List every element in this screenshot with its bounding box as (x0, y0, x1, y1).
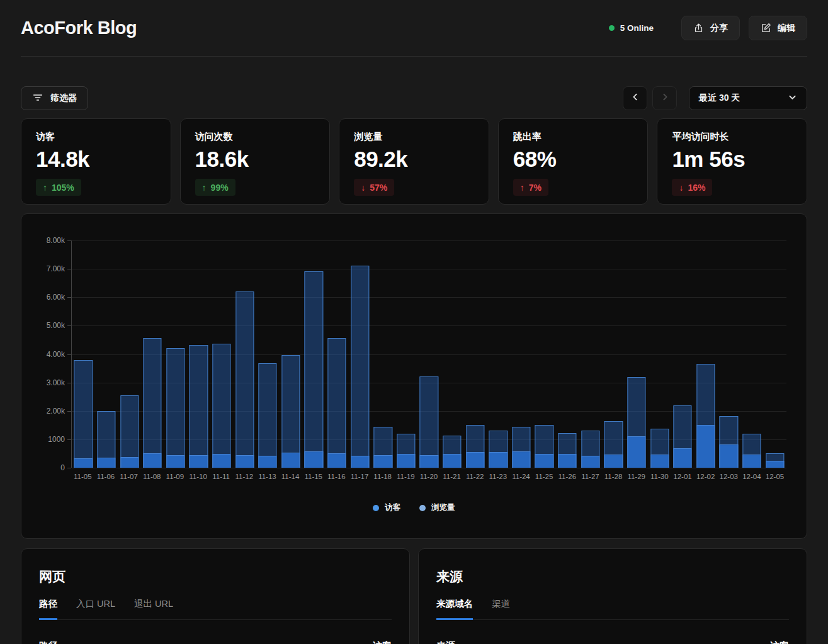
next-period-button[interactable] (652, 86, 677, 110)
date-controls: 最近 30 天 (623, 86, 807, 110)
x-axis-label: 12-05 (763, 473, 786, 480)
online-count: 5 Online (620, 23, 654, 33)
prev-period-button[interactable] (623, 86, 647, 110)
date-range-select[interactable]: 最近 30 天 (689, 86, 807, 110)
bar-group-11-08 (141, 240, 164, 468)
bar-group-11-20 (417, 240, 441, 468)
x-axis-label: 11-19 (394, 473, 417, 480)
visitors-bar (627, 436, 645, 468)
visitors-bar (650, 455, 669, 468)
visitors-bar (120, 457, 139, 468)
filter-icon (32, 92, 43, 105)
edit-button[interactable]: 编辑 (749, 16, 807, 40)
stat-change-badge: ↑105% (36, 179, 81, 196)
stat-value: 89.2k (354, 147, 474, 172)
x-axis-label: 11-23 (487, 473, 510, 480)
edit-button-label: 编辑 (778, 23, 795, 34)
visitors-bar (305, 451, 323, 468)
stat-card-3[interactable]: 浏览量89.2k↓57% (339, 118, 489, 205)
sources-table-header: 来源访客 (436, 640, 789, 644)
bar-group-11-19 (395, 240, 418, 468)
views-bar (212, 344, 230, 468)
bar-group-11-05 (72, 240, 95, 468)
chevron-right-icon (661, 93, 669, 104)
stat-label: 跳出率 (513, 131, 633, 143)
x-axis-label: 11-29 (625, 473, 648, 480)
share-button[interactable]: 分享 (681, 16, 740, 40)
legend-label: 访客 (385, 502, 400, 513)
views-bar (143, 338, 161, 468)
visitors-bar (235, 455, 254, 468)
stat-card-1[interactable]: 访客14.8k↑105% (21, 118, 171, 205)
views-bar (281, 355, 300, 468)
legend-item[interactable]: 浏览量 (419, 502, 455, 513)
pages-tab-路径[interactable]: 路径 (39, 598, 57, 620)
sources-tab-来源域名[interactable]: 来源域名 (436, 598, 473, 620)
share-icon (693, 23, 704, 33)
y-axis-label: 1000 (48, 435, 65, 444)
y-axis-label: 2.00k (47, 407, 65, 415)
x-axis-label: 11-12 (232, 473, 256, 480)
stat-card-5[interactable]: 平均访问时长1m 56s↓16% (657, 118, 807, 205)
sources-panel: 来源 来源域名渠道 来源访客 (418, 548, 807, 644)
x-axis-label: 11-24 (509, 473, 533, 480)
pages-tab-退出 URL[interactable]: 退出 URL (134, 598, 173, 620)
filter-button[interactable]: 筛选器 (21, 86, 88, 110)
stat-label: 访问次数 (195, 131, 315, 143)
bar-group-11-29 (625, 240, 649, 468)
y-tick (67, 354, 71, 355)
stat-card-4[interactable]: 跳出率68%↑7% (498, 118, 649, 205)
pages-tab-入口 URL[interactable]: 入口 URL (76, 598, 115, 620)
online-indicator[interactable]: 5 Online (609, 23, 654, 33)
x-axis-label: 12-02 (694, 473, 717, 480)
sources-panel-title: 来源 (436, 568, 789, 585)
visitors-bar (351, 456, 369, 468)
bar-group-11-15 (302, 240, 326, 468)
views-bar (74, 360, 93, 468)
pages-table-header: 路径访客 (39, 640, 392, 644)
stat-change-badge: ↑99% (195, 179, 235, 196)
x-axis-label: 12-01 (671, 473, 695, 480)
bar-group-11-21 (441, 240, 464, 468)
arrow-up-icon: ↑ (202, 183, 207, 193)
visitors-bar (397, 454, 415, 468)
legend-item[interactable]: 访客 (373, 502, 400, 513)
traffic-chart-card: 8.00k7.00k6.00k5.00k4.00k3.00k2.00k10000… (21, 213, 807, 539)
x-axis-label: 11-08 (140, 473, 164, 480)
visitors-bar (558, 454, 576, 468)
filter-button-label: 筛选器 (50, 93, 77, 104)
bar-group-11-12 (233, 240, 256, 468)
y-axis-label: 3.00k (47, 378, 65, 387)
x-axis-label: 12-03 (717, 473, 740, 480)
visitors-bar (97, 458, 115, 468)
header-actions: 5 Online 分享 编辑 (609, 16, 807, 40)
pages-tabs: 路径入口 URL退出 URL (39, 598, 392, 620)
share-button-label: 分享 (710, 23, 728, 34)
x-axis-label: 11-22 (463, 473, 487, 480)
x-axis-label: 11-09 (164, 473, 187, 480)
sources-tab-渠道[interactable]: 渠道 (492, 598, 510, 620)
bar-group-11-27 (579, 240, 602, 468)
sources-column-header: 访客 (770, 640, 789, 644)
stat-card-2[interactable]: 访问次数18.6k↑99% (180, 118, 331, 205)
date-range-value: 最近 30 天 (699, 93, 740, 104)
stat-value: 14.8k (36, 147, 156, 172)
visitors-bar (166, 455, 184, 468)
x-axis-label: 11-06 (94, 473, 118, 480)
x-axis-label: 11-25 (533, 473, 556, 480)
stat-label: 平均访问时长 (672, 131, 792, 143)
visitors-bar (143, 453, 161, 468)
x-axis-label: 11-14 (279, 473, 302, 480)
sources-tabs: 来源域名渠道 (436, 598, 789, 620)
bar-group-11-22 (463, 240, 487, 468)
x-axis-label: 11-07 (117, 473, 140, 480)
visitors-bar (327, 453, 346, 468)
y-tick (67, 269, 71, 269)
legend-dot-icon (373, 505, 379, 511)
dashboard-page: AcoFork Blog 5 Online 分享 编辑 (0, 0, 828, 644)
y-tick (67, 383, 71, 383)
bar-group-11-16 (326, 240, 349, 468)
bar-group-12-02 (694, 240, 717, 468)
visitors-bar (720, 444, 738, 468)
views-bar (259, 363, 277, 468)
